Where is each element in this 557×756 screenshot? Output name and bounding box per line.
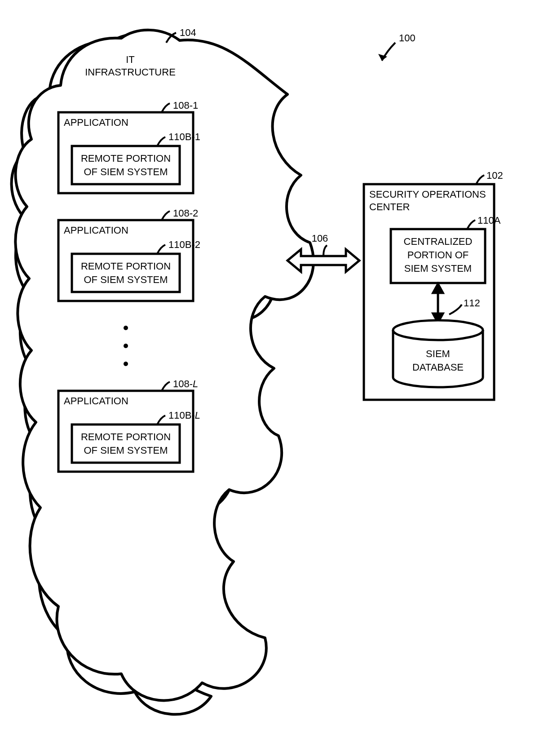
cloud-title-line1: IT: [126, 54, 135, 65]
app-2-inner-l2: OF SIEM SYSTEM: [84, 274, 168, 285]
app-block-1: APPLICATION REMOTE PORTION OF SIEM SYSTE…: [58, 100, 200, 193]
app-2-title: APPLICATION: [64, 225, 128, 236]
cloud-title-line2: INFRASTRUCTURE: [85, 66, 176, 78]
app-L-title: APPLICATION: [64, 395, 128, 407]
svg-rect-4: [72, 254, 180, 292]
app-1-inner-l2: OF SIEM SYSTEM: [84, 166, 168, 177]
ref-110b-2: 110B-2: [168, 239, 200, 250]
svg-rect-2: [72, 146, 180, 184]
ref-108-2: 108-2: [173, 208, 198, 219]
ref-106: 106: [312, 233, 328, 244]
ref-104: 104: [180, 27, 196, 38]
app-block-2: APPLICATION REMOTE PORTION OF SIEM SYSTE…: [58, 208, 200, 301]
app-1-title: APPLICATION: [64, 117, 128, 128]
centralized-l1: CENTRALIZED: [404, 236, 473, 247]
ref-110A: 110A: [477, 215, 501, 226]
svg-point-6: [124, 344, 128, 348]
ref-100-marker: 100: [378, 32, 416, 61]
app-1-inner-l1: REMOTE PORTION: [81, 153, 171, 164]
figure-diagram: IT INFRASTRUCTURE 104 100 APPLICATION RE…: [0, 0, 557, 756]
soc-box: SECURITY OPERATIONS CENTER 102 CENTRALIZ…: [364, 170, 503, 400]
app-L-inner-l1: REMOTE PORTION: [81, 431, 171, 442]
app-2-inner-l1: REMOTE PORTION: [81, 261, 171, 272]
ref-100: 100: [399, 32, 416, 44]
ref-110b-L-suffix: L: [195, 410, 200, 421]
svg-text:110B-L: 110B-L: [168, 410, 200, 421]
ref-108-L-suffix: L: [193, 378, 198, 389]
ref-110b-1: 110B-1: [168, 131, 200, 142]
svg-text:108-L: 108-L: [173, 378, 198, 389]
centralized-l3: SIEM SYSTEM: [404, 263, 472, 274]
centralized-l2: PORTION OF: [407, 249, 469, 261]
ref-108-L-prefix: 108-: [173, 378, 193, 389]
ref-110b-L-prefix: 110B-: [168, 410, 195, 421]
ref-108-1: 108-1: [173, 100, 198, 111]
soc-title-l1: SECURITY OPERATIONS: [369, 189, 486, 200]
svg-rect-9: [72, 424, 180, 463]
svg-point-7: [124, 362, 128, 366]
svg-point-5: [124, 326, 128, 330]
db-l2: DATABASE: [412, 362, 464, 373]
db-l1: SIEM: [426, 348, 450, 359]
ref-112: 112: [464, 297, 480, 309]
soc-title-l2: CENTER: [369, 201, 410, 212]
leader-106: [323, 245, 327, 256]
app-block-L: APPLICATION REMOTE PORTION OF SIEM SYSTE…: [58, 378, 200, 472]
app-L-inner-l2: OF SIEM SYSTEM: [84, 445, 168, 456]
ref-102: 102: [486, 170, 503, 181]
